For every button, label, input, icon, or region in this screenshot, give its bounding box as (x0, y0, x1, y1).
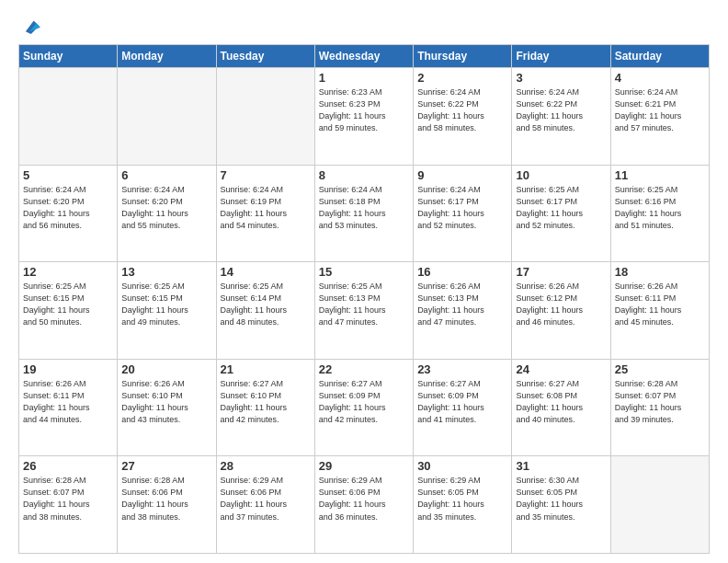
day-number: 21 (221, 362, 311, 376)
day-number: 7 (221, 168, 311, 182)
calendar-cell: 4Sunrise: 6:24 AM Sunset: 6:21 PM Daylig… (610, 68, 709, 166)
day-info: Sunrise: 6:26 AM Sunset: 6:13 PM Dayligh… (417, 281, 507, 328)
day-number: 3 (516, 71, 606, 85)
calendar-week-row: 1Sunrise: 6:23 AM Sunset: 6:23 PM Daylig… (19, 68, 710, 166)
day-number: 20 (121, 362, 211, 376)
day-info: Sunrise: 6:27 AM Sunset: 6:10 PM Dayligh… (221, 378, 311, 426)
weekday-header-friday: Friday (512, 45, 610, 68)
calendar-cell: 8Sunrise: 6:24 AM Sunset: 6:18 PM Daylig… (314, 165, 413, 262)
day-number: 19 (23, 362, 113, 376)
day-info: Sunrise: 6:26 AM Sunset: 6:12 PM Dayligh… (516, 281, 606, 328)
calendar-week-row: 19Sunrise: 6:26 AM Sunset: 6:11 PM Dayli… (19, 359, 710, 456)
day-info: Sunrise: 6:27 AM Sunset: 6:09 PM Dayligh… (319, 378, 409, 426)
calendar-cell: 28Sunrise: 6:29 AM Sunset: 6:06 PM Dayli… (216, 456, 314, 554)
calendar-cell: 21Sunrise: 6:27 AM Sunset: 6:10 PM Dayli… (216, 359, 314, 456)
calendar-cell: 25Sunrise: 6:28 AM Sunset: 6:07 PM Dayli… (610, 359, 709, 456)
day-number: 31 (516, 459, 606, 473)
calendar-cell: 13Sunrise: 6:25 AM Sunset: 6:15 PM Dayli… (118, 262, 216, 360)
calendar-cell: 7Sunrise: 6:24 AM Sunset: 6:19 PM Daylig… (216, 165, 314, 262)
calendar-cell (216, 68, 314, 166)
calendar-cell: 19Sunrise: 6:26 AM Sunset: 6:11 PM Dayli… (19, 359, 118, 456)
day-info: Sunrise: 6:28 AM Sunset: 6:07 PM Dayligh… (23, 475, 113, 523)
day-info: Sunrise: 6:25 AM Sunset: 6:13 PM Dayligh… (319, 281, 409, 328)
calendar-cell: 11Sunrise: 6:25 AM Sunset: 6:16 PM Dayli… (610, 165, 709, 262)
day-number: 5 (23, 168, 113, 182)
calendar-cell: 24Sunrise: 6:27 AM Sunset: 6:08 PM Dayli… (512, 359, 610, 456)
weekday-header-sunday: Sunday (19, 45, 118, 68)
day-info: Sunrise: 6:24 AM Sunset: 6:20 PM Dayligh… (121, 184, 211, 232)
day-number: 10 (516, 168, 606, 182)
day-number: 13 (121, 265, 211, 279)
calendar-cell: 20Sunrise: 6:26 AM Sunset: 6:10 PM Dayli… (118, 359, 216, 456)
calendar-cell (118, 68, 216, 166)
calendar-table: SundayMondayTuesdayWednesdayThursdayFrid… (18, 44, 710, 554)
day-number: 2 (417, 71, 507, 85)
calendar-cell: 22Sunrise: 6:27 AM Sunset: 6:09 PM Dayli… (314, 359, 413, 456)
calendar-cell: 5Sunrise: 6:24 AM Sunset: 6:20 PM Daylig… (19, 165, 118, 262)
calendar-cell: 31Sunrise: 6:30 AM Sunset: 6:05 PM Dayli… (512, 456, 610, 554)
day-info: Sunrise: 6:29 AM Sunset: 6:06 PM Dayligh… (221, 475, 311, 523)
calendar-cell: 14Sunrise: 6:25 AM Sunset: 6:14 PM Dayli… (216, 262, 314, 360)
day-number: 12 (23, 265, 113, 279)
day-info: Sunrise: 6:29 AM Sunset: 6:05 PM Dayligh… (417, 475, 507, 523)
calendar-week-row: 26Sunrise: 6:28 AM Sunset: 6:07 PM Dayli… (19, 456, 710, 554)
day-info: Sunrise: 6:25 AM Sunset: 6:17 PM Dayligh… (516, 184, 606, 232)
day-number: 18 (615, 265, 705, 279)
day-number: 9 (417, 168, 507, 182)
calendar-cell: 29Sunrise: 6:29 AM Sunset: 6:06 PM Dayli… (314, 456, 413, 554)
day-info: Sunrise: 6:26 AM Sunset: 6:11 PM Dayligh… (23, 378, 113, 426)
day-number: 30 (417, 459, 507, 473)
calendar-cell: 6Sunrise: 6:24 AM Sunset: 6:20 PM Daylig… (118, 165, 216, 262)
calendar-week-row: 12Sunrise: 6:25 AM Sunset: 6:15 PM Dayli… (19, 262, 710, 360)
logo (18, 17, 40, 37)
day-info: Sunrise: 6:24 AM Sunset: 6:17 PM Dayligh… (417, 184, 507, 232)
day-info: Sunrise: 6:25 AM Sunset: 6:15 PM Dayligh… (23, 281, 113, 328)
day-number: 29 (319, 459, 409, 473)
weekday-header-saturday: Saturday (610, 45, 709, 68)
calendar-cell (610, 456, 709, 554)
day-number: 25 (615, 362, 705, 376)
day-number: 26 (23, 459, 113, 473)
day-number: 15 (319, 265, 409, 279)
calendar-cell: 17Sunrise: 6:26 AM Sunset: 6:12 PM Dayli… (512, 262, 610, 360)
day-number: 4 (615, 71, 705, 85)
day-number: 22 (319, 362, 409, 376)
weekday-header-wednesday: Wednesday (314, 45, 413, 68)
day-number: 16 (417, 265, 507, 279)
day-info: Sunrise: 6:26 AM Sunset: 6:11 PM Dayligh… (615, 281, 705, 328)
day-info: Sunrise: 6:24 AM Sunset: 6:19 PM Dayligh… (221, 184, 311, 232)
day-number: 23 (417, 362, 507, 376)
day-number: 28 (221, 459, 311, 473)
day-info: Sunrise: 6:30 AM Sunset: 6:05 PM Dayligh… (516, 475, 606, 523)
day-number: 27 (121, 459, 211, 473)
day-info: Sunrise: 6:29 AM Sunset: 6:06 PM Dayligh… (319, 475, 409, 523)
day-number: 1 (319, 71, 409, 85)
day-info: Sunrise: 6:25 AM Sunset: 6:14 PM Dayligh… (221, 281, 311, 328)
day-info: Sunrise: 6:24 AM Sunset: 6:22 PM Dayligh… (516, 86, 606, 134)
day-info: Sunrise: 6:28 AM Sunset: 6:06 PM Dayligh… (121, 475, 211, 523)
day-info: Sunrise: 6:24 AM Sunset: 6:21 PM Dayligh… (615, 86, 705, 134)
calendar-cell (19, 68, 118, 166)
calendar-cell: 15Sunrise: 6:25 AM Sunset: 6:13 PM Dayli… (314, 262, 413, 360)
day-info: Sunrise: 6:23 AM Sunset: 6:23 PM Dayligh… (319, 86, 409, 134)
day-info: Sunrise: 6:24 AM Sunset: 6:18 PM Dayligh… (319, 184, 409, 232)
logo-text (18, 17, 40, 37)
day-number: 14 (221, 265, 311, 279)
calendar-cell: 16Sunrise: 6:26 AM Sunset: 6:13 PM Dayli… (414, 262, 512, 360)
day-info: Sunrise: 6:24 AM Sunset: 6:22 PM Dayligh… (417, 86, 507, 134)
day-number: 17 (516, 265, 606, 279)
page: SundayMondayTuesdayWednesdayThursdayFrid… (0, 0, 728, 563)
day-number: 6 (121, 168, 211, 182)
logo-icon (20, 17, 40, 37)
day-info: Sunrise: 6:25 AM Sunset: 6:16 PM Dayligh… (615, 184, 705, 232)
calendar-cell: 9Sunrise: 6:24 AM Sunset: 6:17 PM Daylig… (414, 165, 512, 262)
calendar-cell: 18Sunrise: 6:26 AM Sunset: 6:11 PM Dayli… (610, 262, 709, 360)
day-info: Sunrise: 6:27 AM Sunset: 6:08 PM Dayligh… (516, 378, 606, 426)
weekday-header-thursday: Thursday (414, 45, 512, 68)
calendar-cell: 12Sunrise: 6:25 AM Sunset: 6:15 PM Dayli… (19, 262, 118, 360)
calendar-cell: 10Sunrise: 6:25 AM Sunset: 6:17 PM Dayli… (512, 165, 610, 262)
day-info: Sunrise: 6:28 AM Sunset: 6:07 PM Dayligh… (615, 378, 705, 426)
calendar-cell: 2Sunrise: 6:24 AM Sunset: 6:22 PM Daylig… (414, 68, 512, 166)
calendar-header-row: SundayMondayTuesdayWednesdayThursdayFrid… (19, 45, 710, 68)
day-info: Sunrise: 6:27 AM Sunset: 6:09 PM Dayligh… (417, 378, 507, 426)
